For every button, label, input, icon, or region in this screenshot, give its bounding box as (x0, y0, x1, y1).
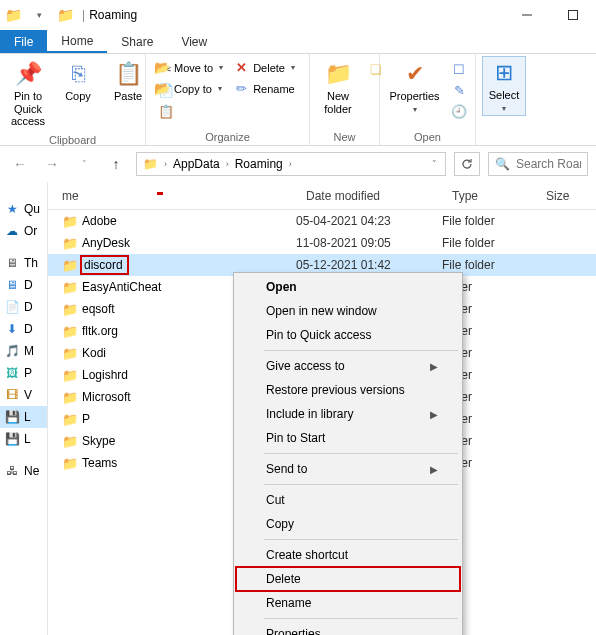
search-input[interactable] (516, 157, 581, 171)
group-label-new: New (316, 129, 373, 145)
chevron-right-icon[interactable]: › (289, 159, 292, 169)
nav-tree-item[interactable]: ★Qu (0, 198, 47, 220)
tab-home[interactable]: Home (47, 30, 107, 53)
menu-item-pin-to-quick-access[interactable]: Pin to Quick access (236, 323, 460, 347)
nav-item-icon: 🎞 (4, 388, 20, 402)
delete-button[interactable]: ✕Delete▾ (231, 58, 297, 77)
folder-icon: 📁 (62, 346, 76, 361)
nav-tree-item[interactable]: 📄D (0, 296, 47, 318)
chevron-right-icon[interactable]: › (226, 159, 229, 169)
menu-item-include-in-library[interactable]: Include in library▶ (236, 402, 460, 426)
menu-item-open-in-new-window[interactable]: Open in new window (236, 299, 460, 323)
menu-item-open[interactable]: Open (236, 275, 460, 299)
nav-tree-item[interactable]: 💾L (0, 428, 47, 450)
minimize-button[interactable] (504, 0, 550, 30)
menu-item-send-to[interactable]: Send to▶ (236, 457, 460, 481)
column-name[interactable]: me (48, 189, 296, 203)
new-folder-button[interactable]: 📁 New folder (316, 56, 360, 119)
open-button[interactable]: ☐ (449, 60, 469, 79)
nav-tree-item[interactable]: 🎞V (0, 384, 47, 406)
file-name: Skype (82, 434, 115, 448)
copy-to-button[interactable]: 📂Copy to▾ (152, 79, 225, 98)
title-bar: 📁 ▾ 📁 | Roaming (0, 0, 596, 30)
menu-item-copy[interactable]: Copy (236, 512, 460, 536)
menu-item-create-shortcut[interactable]: Create shortcut (236, 543, 460, 567)
context-menu: OpenOpen in new windowPin to Quick acces… (233, 272, 463, 635)
nav-tree-item[interactable]: ⬇D (0, 318, 47, 340)
move-to-button[interactable]: 📂Move to▾ (152, 58, 225, 77)
menu-item-restore-previous-versions[interactable]: Restore previous versions (236, 378, 460, 402)
menu-separator (264, 453, 458, 454)
folder-icon: 📁 (62, 456, 76, 471)
nav-item-label: L (24, 410, 31, 424)
nav-tree-item[interactable]: 🖥D (0, 274, 47, 296)
menu-item-label: Send to (266, 462, 307, 476)
svg-rect-0 (569, 11, 578, 20)
copy-button[interactable]: ⎘ Copy (56, 56, 100, 107)
qat-chevron-icon[interactable]: ▾ (28, 4, 50, 26)
table-row[interactable]: 📁Adobe05-04-2021 04:23File folder (48, 210, 596, 232)
column-headers: me Date modified Type Size (48, 182, 596, 210)
nav-recent-button[interactable]: ˅ (72, 152, 96, 176)
open-icon: ☐ (451, 62, 467, 77)
nav-tree-item[interactable]: 💾L (0, 406, 47, 428)
nav-tree-item[interactable]: 🖼P (0, 362, 47, 384)
nav-item-label: M (24, 344, 34, 358)
nav-tree-item[interactable]: 🖧Ne (0, 460, 47, 482)
paste-button[interactable]: 📋 Paste (106, 56, 150, 107)
nav-back-button[interactable]: ← (8, 152, 32, 176)
menu-item-label: Properties (266, 627, 321, 635)
nav-item-icon: ★ (4, 202, 20, 216)
chevron-right-icon[interactable]: › (164, 159, 167, 169)
breadcrumb[interactable]: Roaming (231, 157, 287, 171)
chevron-down-icon: ▾ (502, 104, 506, 113)
moveto-icon: 📂 (154, 60, 170, 75)
nav-tree-item[interactable]: 🖥Th (0, 252, 47, 274)
file-name: Adobe (82, 214, 117, 228)
column-type[interactable]: Type (442, 189, 536, 203)
history-button[interactable]: 🕘 (449, 102, 469, 121)
nav-up-button[interactable]: ↑ (104, 152, 128, 176)
column-date[interactable]: Date modified (296, 189, 442, 203)
search-box[interactable]: 🔍 (488, 152, 588, 176)
menu-item-cut[interactable]: Cut (236, 488, 460, 512)
annotation-mark (157, 192, 163, 195)
breadcrumb[interactable]: AppData (169, 157, 224, 171)
select-button[interactable]: ⊞ Select ▾ (482, 56, 526, 116)
folder-icon: 📁 (62, 368, 76, 383)
nav-item-icon: 🖥 (4, 256, 20, 270)
navigation-pane[interactable]: ★Qu☁Or🖥Th🖥D📄D⬇D🎵M🖼P🎞V💾L💾L🖧Ne (0, 182, 48, 635)
chevron-down-icon[interactable]: ˅ (426, 159, 443, 169)
menu-item-properties[interactable]: Properties (236, 622, 460, 635)
menu-item-label: Open in new window (266, 304, 377, 318)
menu-item-label: Give access to (266, 359, 345, 373)
file-type: File folder (442, 214, 536, 228)
table-row[interactable]: 📁AnyDesk11-08-2021 09:05File folder (48, 232, 596, 254)
column-size[interactable]: Size (536, 189, 596, 203)
rename-button[interactable]: ✏Rename (231, 79, 297, 98)
menu-item-give-access-to[interactable]: Give access to▶ (236, 354, 460, 378)
refresh-button[interactable] (454, 152, 480, 176)
tab-view[interactable]: View (167, 30, 221, 53)
menu-item-pin-to-start[interactable]: Pin to Start (236, 426, 460, 450)
pin-quick-access-button[interactable]: 📌 Pin to Quick access (6, 56, 50, 132)
edit-button[interactable]: ✎ (449, 81, 469, 100)
menu-item-rename[interactable]: Rename (236, 591, 460, 615)
nav-tree-item[interactable]: ☁Or (0, 220, 47, 242)
maximize-button[interactable] (550, 0, 596, 30)
properties-icon: ✔ (406, 60, 424, 88)
nav-forward-button[interactable]: → (40, 152, 64, 176)
group-label-clipboard: Clipboard (6, 132, 139, 148)
nav-item-icon: 📄 (4, 300, 20, 314)
nav-tree-item[interactable]: 🎵M (0, 340, 47, 362)
properties-button[interactable]: ✔ Properties ▾ (386, 56, 443, 118)
menu-item-delete[interactable]: Delete (236, 567, 460, 591)
rename-icon: ✏ (233, 81, 249, 96)
file-type: File folder (442, 258, 536, 272)
nav-item-icon: ⬇ (4, 322, 20, 336)
new-folder-icon: 📁 (325, 60, 352, 88)
tab-file[interactable]: File (0, 30, 47, 53)
tab-share[interactable]: Share (107, 30, 167, 53)
ribbon: 📌 Pin to Quick access ⎘ Copy 📋 Paste ✂ 📄… (0, 54, 596, 146)
address-box[interactable]: 📁 › AppData › Roaming › ˅ (136, 152, 446, 176)
